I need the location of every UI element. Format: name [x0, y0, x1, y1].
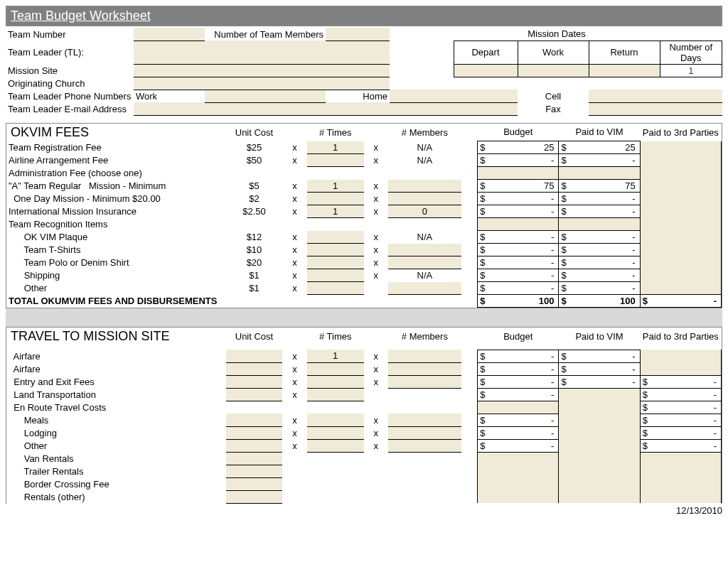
money-cell: $-	[640, 439, 721, 452]
money-cell: $-	[478, 154, 559, 167]
mult-symbol: x	[282, 256, 306, 269]
return-input[interactable]	[589, 64, 660, 77]
money-cell	[478, 477, 559, 490]
cell-phone-input[interactable]	[589, 90, 722, 102]
times-input[interactable]: 1	[307, 141, 364, 154]
fax-input[interactable]	[589, 102, 722, 115]
row-label: Team T-Shirts	[6, 244, 226, 256]
home-phone-input[interactable]	[390, 90, 518, 102]
col-budget: Budget	[478, 124, 559, 141]
members-cell[interactable]	[388, 375, 461, 388]
line-row: Other$1x$-$-	[6, 282, 722, 295]
times-input[interactable]	[307, 362, 364, 375]
money-cell	[478, 465, 559, 477]
mult-symbol: x	[282, 193, 306, 205]
email-input[interactable]	[134, 102, 518, 115]
times-input[interactable]	[307, 231, 364, 244]
times-input[interactable]	[307, 256, 364, 269]
line-row: Shipping$1xxN/A$-$-	[6, 269, 722, 282]
members-cell[interactable]	[388, 244, 461, 256]
members-cell[interactable]	[388, 362, 461, 375]
money-cell	[559, 401, 640, 414]
times-input[interactable]: 1	[307, 205, 364, 218]
mult-symbol: x	[282, 362, 306, 375]
line-row: Border Crossing Fee	[6, 477, 722, 490]
row-label: Van Rentals	[6, 452, 226, 465]
mult-symbol: x	[364, 141, 388, 154]
orig-church-input[interactable]	[134, 77, 390, 90]
members-cell: N/A	[388, 269, 461, 282]
section-spacer	[6, 308, 722, 327]
work-label: Work	[518, 40, 589, 64]
row-label: Airline Arrangement Fee	[6, 154, 226, 167]
mult-symbol: x	[364, 269, 388, 282]
members-cell[interactable]	[388, 426, 461, 439]
unit-cost[interactable]	[226, 452, 283, 465]
members-cell[interactable]	[388, 439, 461, 452]
line-row: Airfarex1x$-$-	[6, 350, 722, 362]
row-label: Airfare	[6, 350, 226, 362]
members-cell[interactable]	[388, 180, 461, 193]
money-cell: $-	[478, 269, 559, 282]
times-input[interactable]	[307, 282, 364, 295]
unit-cost[interactable]	[226, 362, 283, 375]
line-row: Airline Arrangement Fee$50xxN/A$-$-	[6, 154, 722, 167]
team-leader-input[interactable]	[134, 40, 390, 64]
line-row: International Mission Insurance$2.50x1x0…	[6, 205, 722, 218]
unit-cost	[226, 401, 283, 414]
row-label: Team Registration Fee	[6, 141, 226, 154]
unit-cost[interactable]	[226, 426, 283, 439]
line-row: Administration Fee (choose one)	[6, 167, 722, 180]
money-cell: $-	[640, 295, 721, 308]
mission-site-input[interactable]	[134, 64, 390, 77]
mult-symbol	[364, 452, 388, 465]
work-phone-input[interactable]	[205, 90, 326, 102]
unit-cost[interactable]	[226, 477, 283, 490]
mult-symbol: x	[282, 414, 306, 426]
times-input[interactable]	[307, 193, 364, 205]
members-cell[interactable]	[388, 350, 461, 362]
times-input[interactable]	[307, 269, 364, 282]
members-cell[interactable]	[388, 414, 461, 426]
line-row: Land Transportationx$-$-	[6, 388, 722, 401]
unit-cost[interactable]	[226, 350, 283, 362]
unit-cost[interactable]	[226, 388, 283, 401]
line-row: Van Rentals	[6, 452, 722, 465]
times-input[interactable]	[307, 244, 364, 256]
unit-cost: $1	[226, 282, 283, 295]
members-cell[interactable]	[388, 193, 461, 205]
line-row: Team Polo or Denim Shirt$20xx$-$-	[6, 256, 722, 269]
times-input[interactable]	[307, 439, 364, 452]
line-row: En Route Travel Costs$-	[6, 401, 722, 414]
money-cell: $75	[559, 180, 640, 193]
col-unitcost: Unit Cost	[226, 328, 283, 345]
members-cell[interactable]	[388, 256, 461, 269]
row-label: Administration Fee (choose one)	[6, 167, 226, 180]
num-members-input[interactable]	[326, 28, 390, 40]
work-input[interactable]	[518, 64, 589, 77]
unit-cost[interactable]	[226, 375, 283, 388]
times-input[interactable]: 1	[307, 180, 364, 193]
money-cell	[559, 388, 640, 401]
times-input[interactable]	[307, 375, 364, 388]
money-cell: $-	[640, 401, 721, 414]
times-input[interactable]	[307, 388, 364, 401]
members-cell[interactable]: 0	[388, 205, 461, 218]
times-input[interactable]	[307, 154, 364, 167]
depart-input[interactable]	[454, 64, 518, 77]
mult-symbol: x	[364, 350, 388, 362]
times-input[interactable]: 1	[307, 350, 364, 362]
unit-cost[interactable]	[226, 414, 283, 426]
money-cell	[559, 465, 640, 477]
times-input[interactable]	[307, 426, 364, 439]
header-table: Team Number Number of Team Members Missi…	[6, 28, 722, 116]
unit-cost[interactable]	[226, 465, 283, 477]
unit-cost[interactable]	[226, 439, 283, 452]
times-input[interactable]	[307, 414, 364, 426]
money-cell	[640, 231, 721, 244]
members-cell[interactable]	[388, 282, 461, 295]
team-number-input[interactable]	[134, 28, 205, 40]
unit-cost[interactable]	[226, 490, 283, 503]
unit-cost: $50	[226, 154, 283, 167]
times-input	[307, 452, 364, 465]
